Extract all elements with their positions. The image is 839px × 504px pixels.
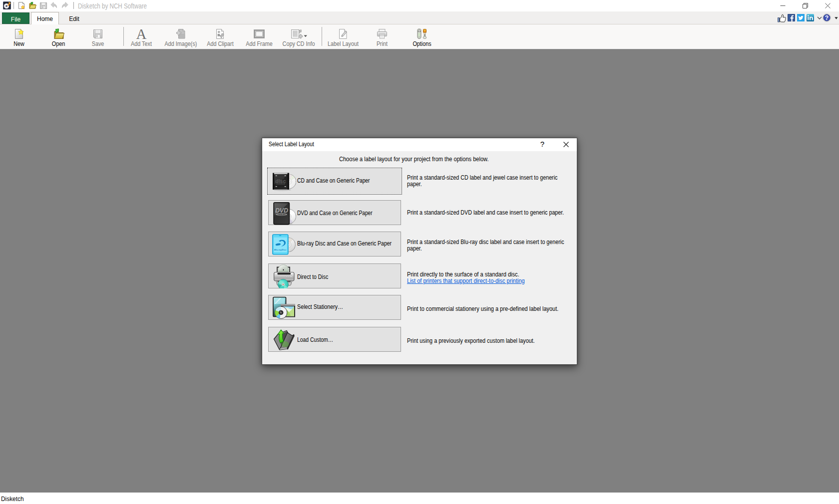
svg-text:VIDEO: VIDEO	[278, 213, 285, 216]
svg-text:Blu-rayDisc: Blu-rayDisc	[274, 249, 287, 251]
svg-text:?: ?	[825, 14, 829, 21]
svg-text:A: A	[136, 28, 147, 39]
